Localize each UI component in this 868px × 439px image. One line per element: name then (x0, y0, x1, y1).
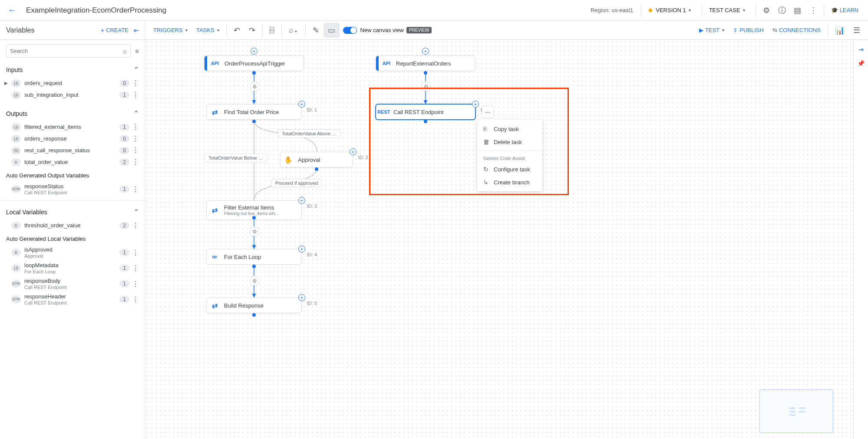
variable-row[interactable]: {J}filtered_external_items1⋮ (0, 121, 145, 133)
redo-icon[interactable]: ↷ (244, 23, 260, 38)
stats-icon[interactable]: 📊 (831, 23, 849, 38)
row-menu-icon[interactable]: ⋮ (132, 264, 139, 272)
section-header-locals[interactable]: Local Variables ⌃ (0, 204, 145, 220)
add-connector-icon[interactable]: + (251, 48, 257, 55)
variable-row[interactable]: {J}loopMetadataFor Each Loop1⋮ (0, 260, 145, 276)
section-header-inputs[interactable]: Inputs ⌃ (0, 62, 145, 77)
add-connector-icon[interactable]: + (298, 294, 305, 301)
connector-dot-icon[interactable] (252, 216, 256, 220)
connector-dot-icon[interactable] (424, 120, 427, 123)
pin-icon[interactable]: 📌 (857, 56, 865, 70)
canvas[interactable]: APIOrderProcessApiTrigger+APIReportExter… (145, 40, 853, 439)
connector-dot-icon[interactable] (252, 265, 256, 268)
ctx-copy-task[interactable]: ⎘ Copy task (477, 122, 542, 135)
row-menu-icon[interactable]: ⋮ (132, 295, 139, 304)
feedback-icon[interactable]: ▤ (790, 2, 805, 19)
add-connector-icon[interactable]: + (298, 246, 305, 252)
undo-icon[interactable]: ↶ (229, 23, 244, 38)
more-vert-icon[interactable]: ⋮ (805, 2, 821, 19)
expand-caret-icon[interactable]: ▶ (4, 81, 9, 85)
edge-condition-label[interactable]: Proceed if approved (271, 179, 322, 187)
row-menu-icon[interactable]: ⋮ (132, 134, 139, 143)
row-menu-icon[interactable]: ⋮ (132, 79, 139, 87)
row-menu-icon[interactable]: ⋮ (132, 146, 139, 154)
connector-dot-icon[interactable] (252, 71, 256, 75)
publish-button[interactable]: ⇪ PUBLISH (729, 24, 768, 36)
variable-name: loopMetadata (24, 262, 119, 269)
variable-row[interactable]: {J}sub_integration_input1⋮ (0, 89, 145, 101)
row-menu-icon[interactable]: ⋮ (132, 158, 139, 166)
ctx-delete-task[interactable]: 🗑 Delete task (477, 135, 542, 148)
row-menu-icon[interactable]: ⋮ (132, 280, 139, 288)
variable-row[interactable]: BisApprovedApproval1⋮ (0, 245, 145, 260)
logs-icon[interactable]: ☰ (849, 23, 865, 38)
row-menu-icon[interactable]: ⋮ (132, 123, 139, 131)
edge-condition-label[interactable]: TotalOrderValue Above … (278, 129, 340, 138)
edge-config-gear-icon[interactable]: ⚙ (250, 227, 259, 236)
trigger-node[interactable]: APIReportExternalOrders (376, 56, 475, 71)
variable-name: isApproved (24, 246, 119, 253)
task-node[interactable]: ⇄Build ResponseID: 5 (206, 298, 302, 313)
row-menu-icon[interactable]: ⋮ (132, 221, 139, 229)
task-node[interactable]: ✋ApprovalID: 2 (280, 152, 353, 167)
add-connector-icon[interactable]: + (298, 197, 305, 204)
version-dropdown[interactable]: VERSION 1 ▾ (644, 4, 695, 16)
search-input[interactable] (10, 48, 123, 54)
back-arrow-icon[interactable]: ← (5, 3, 19, 18)
ctx-configure-task[interactable]: ↻ Configure task (477, 163, 542, 176)
variable-row[interactable]: STRresponseStatusCall REST Endpoint1⋮ (0, 181, 145, 197)
collapse-right-icon[interactable]: ⇥ (858, 43, 864, 56)
filter-icon[interactable]: ≡ (135, 47, 139, 55)
variable-row[interactable]: {S}rest_call_response_status0⋮ (0, 144, 145, 156)
task-node[interactable]: RESTCall REST EndpointID: 6 (376, 104, 475, 120)
variable-row[interactable]: Dtotal_order_value2⋮ (0, 156, 145, 168)
info-icon[interactable]: ⓘ (774, 2, 790, 19)
connector-dot-icon[interactable] (424, 71, 427, 75)
tasks-dropdown[interactable]: TASKS ▾ (192, 24, 224, 36)
node-type-icon: ⇄ (207, 301, 222, 310)
edge-config-gear-icon[interactable]: ⚙ (250, 82, 259, 91)
edge-config-gear-icon[interactable]: ⚙ (250, 277, 259, 285)
zoom-dropdown-icon[interactable]: ⌕▾ (284, 23, 303, 37)
add-connector-icon[interactable]: + (298, 101, 305, 108)
row-menu-icon[interactable]: ⋮ (132, 249, 139, 257)
variable-row[interactable]: STRresponseBodyCall REST Endpoint1⋮ (0, 276, 145, 292)
search-box[interactable]: ⌕ (6, 44, 131, 58)
variable-row[interactable]: Dthreshold_order_value2⋮ (0, 220, 145, 231)
connections-button[interactable]: ⇆ CONNECTIONS (768, 24, 825, 36)
variable-row[interactable]: STRresponseHeaderCall REST Endpoint1⋮ (0, 292, 145, 307)
variable-row[interactable]: {J}orders_response0⋮ (0, 133, 145, 144)
minimap[interactable] (759, 390, 833, 433)
variable-row[interactable]: ▶{J}orders_request0⋮ (0, 77, 145, 89)
add-connector-icon[interactable]: + (422, 48, 429, 55)
connector-dot-icon[interactable] (315, 167, 318, 171)
trigger-node[interactable]: APIOrderProcessApiTrigger (204, 56, 304, 71)
collapse-panel-icon[interactable]: ⇤ (134, 27, 139, 34)
ctx-create-branch[interactable]: ↳ Create branch (477, 176, 542, 189)
toggle-switch[interactable] (343, 27, 357, 34)
edge-config-gear-icon[interactable]: ⚙ (422, 82, 430, 91)
connector-dot-icon[interactable] (252, 120, 256, 123)
add-connector-icon[interactable]: + (472, 101, 479, 108)
row-menu-icon[interactable]: ⋮ (132, 185, 139, 193)
section-header-outputs[interactable]: Outputs ⌃ (0, 106, 145, 121)
create-variable-button[interactable]: + CREATE (101, 27, 129, 34)
row-menu-icon[interactable]: ⋮ (132, 91, 139, 99)
layout-icon[interactable]: ⌸ (265, 23, 279, 37)
test-button[interactable]: ▶ TEST ▾ (695, 24, 729, 36)
fullscreen-icon[interactable]: ▭ (323, 23, 340, 38)
add-connector-icon[interactable]: + (350, 148, 356, 155)
node-more-button[interactable]: ⋯ (482, 106, 494, 118)
settings-gear-icon[interactable]: ⚙ (759, 2, 774, 19)
learn-button[interactable]: 🎓 LEARN (827, 4, 863, 16)
triggers-dropdown[interactable]: TRIGGERS ▾ (149, 24, 192, 36)
testcase-dropdown[interactable]: TEST CASE ▾ (705, 4, 749, 16)
task-node[interactable]: ∞For Each LoopID: 4 (206, 249, 302, 265)
pen-icon[interactable]: ✎ (308, 23, 323, 38)
edge-condition-label[interactable]: TotalOrderValue Below … (205, 154, 267, 162)
usage-count-badge: 2 (119, 159, 129, 166)
connector-dot-icon[interactable] (252, 313, 256, 317)
task-node[interactable]: ⇄Find Total Order PriceID: 1 (206, 104, 302, 120)
type-chip: B (11, 249, 21, 256)
new-canvas-toggle[interactable]: New canvas view PREVIEW (343, 27, 432, 34)
